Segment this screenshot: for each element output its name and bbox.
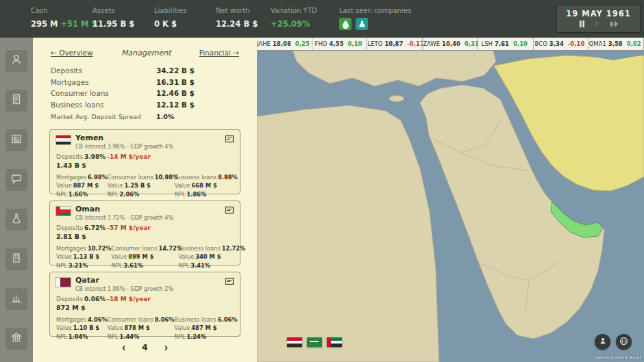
document-icon — [10, 93, 23, 108]
map-flag-uae-icon[interactable] — [327, 337, 342, 347]
stat-net-worth-label: Net worth — [216, 7, 271, 14]
nav-current-page: Management — [121, 49, 171, 57]
stat-liabilities-value: 0 K $ — [154, 19, 216, 29]
main-sidebar — [0, 38, 33, 362]
product-mortgages: Mortgages10.72% Value1.13 B $ NPL3.21% — [56, 244, 112, 270]
ticker-item[interactable]: BCO3,34-0,10 — [534, 38, 589, 51]
product-business-loans: Business loans12.72% Value340 M $ NPL3.4… — [179, 244, 246, 270]
building-icon — [10, 252, 23, 267]
ticker-item[interactable]: ZAWE10,400,31 — [423, 38, 478, 51]
pagination: ‹ 4 › — [33, 343, 257, 352]
summary-row: Consumer loans12.46 B $ — [51, 88, 239, 99]
product-consumer-loans: Consumer loans14.72% Value899 M $ NPL3.6… — [112, 244, 179, 270]
sidebar-item-report[interactable] — [5, 129, 27, 151]
country-card-qatar: Qatar CB interest 1.06% - GDP growth 2% … — [49, 272, 240, 337]
deposit-delta: -57 M $/year — [107, 224, 151, 231]
ticker-item[interactable]: LETO10,87-0,17 — [367, 38, 423, 51]
summary-row: Business loans12.12 B $ — [51, 99, 239, 111]
ticker-item[interactable]: JAHE18,080,25 — [257, 38, 312, 51]
country-card-yemen: Yemen CB interest 3.98% - GDP growth 4% … — [49, 129, 240, 194]
pause-icon[interactable] — [579, 21, 585, 27]
company-flask-icon[interactable] — [356, 18, 368, 30]
country-meta: CB interest 1.06% - GDP growth 2% — [75, 286, 173, 292]
stat-liabilities-label: Liabilities — [154, 7, 216, 14]
map-flag-row — [287, 337, 342, 347]
sidebar-item-chart[interactable] — [5, 288, 27, 310]
map-flag-saudi-icon[interactable] — [307, 337, 322, 347]
page-next-button[interactable]: › — [164, 343, 168, 352]
play-icon[interactable] — [595, 21, 600, 27]
yemen-flag-icon — [56, 135, 71, 144]
country-name: Yemen — [75, 134, 173, 142]
person-view-button[interactable] — [595, 334, 610, 350]
country-name: Oman — [75, 205, 173, 214]
summary-row: Mortgages16.31 B $ — [51, 77, 239, 88]
world-map[interactable]: Development Build — [257, 51, 644, 362]
dev-build-label: Development Build — [595, 355, 641, 361]
product-business-loans: Business loans6.06% Value487 M $ NPL1.24… — [175, 315, 238, 341]
page-prev-button[interactable]: ‹ — [122, 343, 125, 352]
globe-icon — [619, 337, 628, 348]
product-mortgages: Mortgages6.98% Value887 M $ NPL1.66% — [56, 173, 108, 199]
page-number: 4 — [142, 343, 147, 352]
fast-forward-icon[interactable] — [610, 21, 619, 27]
last-seen-companies: Last seen companies — [339, 7, 442, 38]
country-detail-button[interactable] — [225, 206, 234, 214]
summary-row: Market Avg. Deposit Spread1.0% — [51, 112, 239, 123]
sidebar-item-bank[interactable] — [5, 328, 27, 350]
management-panel: ← Overview Management Financial → Deposi… — [33, 38, 257, 362]
stat-variation-ytd: Variation YTD +25.09% — [271, 7, 339, 38]
ticker-item[interactable]: QMA13,580,02 — [589, 38, 644, 51]
stat-variation-label: Variation YTD — [271, 7, 339, 14]
country-meta: CB interest 7.72% - GDP growth 4% — [75, 215, 173, 221]
stat-assets: Assets 11.95 B $ — [92, 7, 154, 38]
stat-cash: Cash 295 M +51 M $ — [31, 7, 92, 38]
stat-assets-value: 11.95 B $ — [92, 19, 154, 29]
country-card-oman: Oman CB interest 7.72% - GDP growth 4% D… — [49, 201, 240, 266]
company-droplet-icon[interactable] — [339, 18, 351, 30]
sidebar-item-building[interactable] — [5, 248, 27, 270]
map-canvas — [257, 51, 644, 362]
stat-net-worth-value: 12.24 B $ — [216, 19, 271, 29]
deposit-value: 1.43 B $ — [56, 161, 234, 169]
report-icon — [10, 133, 23, 148]
nav-overview-link[interactable]: ← Overview — [51, 49, 93, 57]
last-seen-label: Last seen companies — [339, 7, 442, 14]
product-mortgages: Mortgages4.06% Value1.10 B $ NPL1.04% — [56, 315, 108, 341]
deposit-value: 872 M $ — [56, 304, 234, 311]
date-panel: 19 MAY 1961 — [556, 5, 641, 33]
map-flag-yemen-icon[interactable] — [287, 337, 302, 347]
product-consumer-loans: Consumer loans10.98% Value1.25 B $ NPL2.… — [108, 173, 175, 199]
totals-summary: Deposits34.22 B $ Mortgages16.31 B $ Con… — [33, 57, 257, 123]
nav-financial-link[interactable]: Financial → — [199, 49, 239, 57]
deposit-delta: -14 M $/year — [107, 153, 151, 160]
country-detail-button[interactable] — [225, 135, 234, 143]
game-window: Cash 295 M +51 M $ Assets 11.95 B $ Liab… — [0, 0, 644, 362]
sidebar-item-person[interactable] — [5, 50, 27, 72]
globe-view-button[interactable] — [616, 334, 632, 350]
ticker-item[interactable]: LSH7,610,10 — [478, 38, 534, 51]
chat-icon — [10, 172, 23, 188]
bank-icon — [10, 331, 23, 346]
panel-nav: ← Overview Management Financial → — [33, 38, 257, 57]
sidebar-item-flask[interactable] — [5, 209, 27, 231]
sidebar-item-document[interactable] — [5, 90, 27, 112]
stat-variation-value: +25.09% — [271, 19, 339, 29]
top-stats-bar: Cash 295 M +51 M $ Assets 11.95 B $ Liab… — [0, 0, 644, 38]
map-region-cyprus — [389, 96, 404, 102]
qatar-flag-icon — [56, 278, 71, 287]
chart-icon — [10, 292, 23, 307]
country-meta: CB interest 3.98% - GDP growth 4% — [75, 144, 173, 150]
product-consumer-loans: Consumer loans8.06% Value878 M $ NPL1.44… — [108, 315, 175, 341]
map-corner-buttons — [595, 334, 632, 350]
person-icon — [10, 53, 23, 68]
stat-net-worth: Net worth 12.24 B $ — [216, 7, 271, 38]
country-detail-button[interactable] — [225, 277, 234, 285]
ticker-item[interactable]: FHO4,550,10 — [312, 38, 368, 51]
stat-cash-label: Cash — [31, 7, 92, 14]
product-business-loans: Business loans8.98% Value668 M $ NPL1.86… — [175, 173, 238, 199]
flask-icon — [10, 212, 23, 227]
sidebar-item-chat[interactable] — [5, 169, 27, 191]
deposit-delta: -18 M $/year — [107, 296, 151, 302]
stat-assets-label: Assets — [92, 7, 154, 14]
